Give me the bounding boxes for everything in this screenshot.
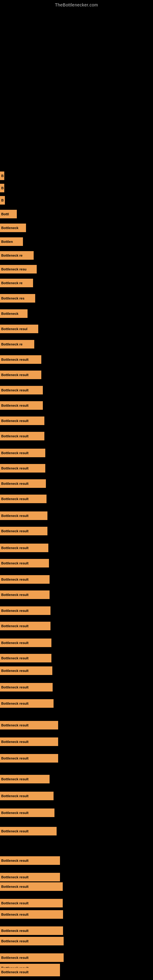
bar-label: Bottleneck result [0,479,46,488]
bar-item: Bottleneck result [0,754,58,762]
bar-label: Bottleneck result [0,464,45,473]
bar-item: Bottleneck result [0,792,54,800]
bar-label: Bottleneck res [0,294,35,302]
bar-label: Bottleneck result [0,910,63,919]
bar-label: Bottleneck result [0,808,54,817]
bar-item: Bottleneck resul [0,325,38,333]
bar-item: Bottleneck result [0,355,41,364]
bar-item: Bottleneck result [0,721,58,730]
bar-item: Bottleneck result [0,417,45,425]
bar-item: Bottleneck result [0,606,51,615]
bar-label: Bottleneck result [0,355,41,364]
bar-item: Bottleneck result [0,575,49,584]
bar-label: Bottleneck result [0,953,64,962]
bar-item: Bottleneck result [0,910,63,919]
bar-label: Bottlen [0,237,23,246]
bar-label: Bottleneck result [0,575,49,584]
bar-item: Bottleneck result [0,699,54,708]
bar-label: Bottleneck result [0,968,60,976]
bar-label: Bottleneck re [0,251,33,260]
bar-item: Bottleneck result [0,808,54,817]
bar-label: Bottleneck result [0,638,51,647]
bar-item: Bottleneck result [0,527,48,535]
bar-label: Bottleneck result [0,495,46,503]
bar-item: Bottleneck result [0,638,51,647]
bar-item: Bottleneck result [0,479,46,488]
bar-label: B [0,172,4,180]
bar-label: Bottleneck result [0,667,52,675]
bar-label: B [0,184,4,192]
bar-item: Bottleneck [0,309,27,318]
bar-label: Bottleneck result [0,792,54,800]
bar-label: Bottleneck re [0,279,33,287]
bar-item: B [0,196,5,205]
bar-label: Bottleneck [0,224,26,232]
bar-item: Bottleneck result [0,654,51,662]
bar-label: Bottleneck result [0,511,48,520]
bar-item: Bottleneck result [0,464,45,473]
bar-item: B [0,184,4,192]
bar-item: Bottleneck re [0,251,33,260]
bar-label: Bottleneck result [0,559,49,568]
bar-label: B [0,196,5,205]
bar-label: Bottleneck re [0,340,34,348]
bar-item: Bottleneck result [0,899,63,907]
bar-label: Bottleneck result [0,873,60,881]
bar-item: Bottleneck result [0,432,45,441]
site-title: TheBottlenecker.com [0,0,153,9]
bar-item: Bottleneck result [0,386,43,395]
bar-label: Bottleneck result [0,401,43,410]
bar-item: Bottleneck result [0,401,43,410]
bar-label: Bottleneck result [0,449,45,457]
bar-item: Bottleneck result [0,622,51,630]
bar-item: Bottleneck result [0,590,49,599]
bar-item: Bottleneck result [0,667,52,675]
bar-item: Bottleneck result [0,371,41,379]
bar-item: Bottleneck result [0,544,48,552]
bar-item: Bottleneck result [0,856,60,865]
bar-label: Bottleneck result [0,937,64,945]
bar-item: Bottleneck result [0,511,48,520]
bar-label: Bottleneck result [0,856,60,865]
bar-label: Bottleneck result [0,590,49,599]
bar-label: Bottleneck result [0,622,51,630]
bar-label: Bottleneck resu [0,265,37,274]
bar-label: Bottleneck result [0,721,58,730]
bar-item: Bottleneck result [0,827,57,835]
bar-label: Bottleneck result [0,926,63,935]
bar-label: Bottleneck result [0,544,48,552]
bar-item: Bottleneck result [0,968,60,976]
bar-label: Bottleneck result [0,654,51,662]
bar-label: Bottleneck result [0,371,41,379]
bar-label: Bottleneck result [0,775,49,783]
bar-item: Bottleneck result [0,775,49,783]
bar-label: Bottleneck result [0,882,63,891]
bar-label: Bottleneck result [0,606,51,615]
bar-item: Bottleneck result [0,937,64,945]
bar-label: Bottleneck result [0,827,57,835]
bar-item: Bottleneck res [0,294,35,302]
bar-item: Bottl [0,210,17,218]
bar-item: Bottleneck [0,224,26,232]
bar-label: Bottleneck result [0,737,58,746]
bar-item: Bottleneck result [0,683,53,692]
bar-label: Bottleneck result [0,754,58,762]
bar-item: Bottleneck result [0,559,49,568]
bar-item: Bottleneck result [0,449,45,457]
bar-item: Bottleneck result [0,495,46,503]
bar-label: Bottleneck result [0,899,63,907]
bar-item: Bottleneck result [0,882,63,891]
bar-item: B [0,172,4,180]
bar-label: Bottleneck result [0,699,54,708]
bar-label: Bottleneck result [0,527,48,535]
bar-label: Bottleneck [0,309,27,318]
bar-label: Bottleneck resul [0,325,38,333]
bar-item: Bottleneck re [0,340,34,348]
bar-item: Bottleneck result [0,737,58,746]
bar-item: Bottleneck result [0,873,60,881]
bar-label: Bottleneck result [0,417,45,425]
bar-item: Bottleneck re [0,279,33,287]
bar-item: Bottleneck result [0,926,63,935]
bar-item: Bottlen [0,237,23,246]
bar-label: Bottleneck result [0,683,53,692]
